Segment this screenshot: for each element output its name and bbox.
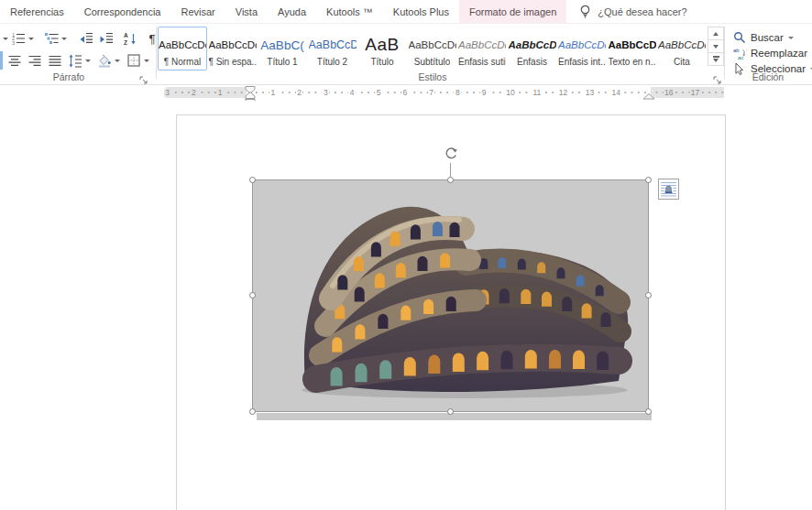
justify-icon[interactable] [46,51,64,70]
style-card-normal[interactable]: AaBbCcDc¶ Normal [158,27,207,71]
layout-options-button[interactable] [658,179,679,200]
style-card-énfasis[interactable]: AaBbCcDcÉnfasis [508,27,557,71]
align-center-icon[interactable] [5,51,24,70]
shading-icon[interactable] [95,51,114,70]
style-label: Énfasis sutil [458,57,506,67]
page[interactable] [176,114,726,510]
increase-indent-icon[interactable] [97,29,115,48]
decrease-indent-icon[interactable] [77,29,95,48]
tell-me[interactable]: ¿Qué desea hacer? [579,0,686,23]
style-card-título[interactable]: AaBTítulo [357,27,407,71]
image-shadow [257,413,652,420]
ruler-number: 12 [557,89,568,97]
ruler-number: 3 [164,89,171,97]
right-indent-marker[interactable] [642,93,655,100]
replace-button[interactable]: ab ac Reemplazar [733,45,807,60]
borders-dropdown-icon[interactable] [143,51,150,70]
svg-text:ab: ab [733,48,740,53]
style-card-texto-en-n[interactable]: AaBbCcDcTexto en n... [608,27,657,71]
document-area[interactable] [0,101,812,510]
styles-scrollbar [708,27,724,65]
menu-tab-ayuda[interactable]: Ayuda [268,0,316,23]
resize-handle-bottom-right[interactable] [645,408,652,415]
style-sample: AaB [365,35,399,55]
style-card-cita[interactable]: AaBbCcDcCita [657,27,707,71]
editing-group-label: Edición [724,71,812,82]
line-spacing-icon[interactable] [66,51,84,70]
style-card-título-1[interactable]: AaBbC(Título 1 [258,27,307,71]
svg-text:A: A [124,32,128,38]
ruler-number: 2 [191,89,198,97]
svg-text:Z: Z [124,39,127,46]
chevron-down-icon [788,37,794,42]
menu-tab-revisar[interactable]: Revisar [170,0,225,23]
menu-tab-vista[interactable]: Vista [225,0,268,23]
paragraph-group-label: Párrafo [0,71,137,82]
style-sample: AaBbCcDc [458,35,506,55]
shading-dropdown-icon[interactable] [114,51,121,70]
styles-scroll-down-button[interactable] [708,39,724,53]
multilevel-list-dropdown-icon[interactable] [60,29,68,48]
layout-options-icon [660,180,677,198]
ruler: 32112345678910111213141617 [0,85,812,101]
ruler-number: 13 [584,89,595,97]
resize-handle-left[interactable] [249,292,256,298]
align-right-icon[interactable] [26,51,44,70]
style-sample: AaBbCcDc [509,35,556,55]
borders-icon[interactable] [125,51,143,70]
styles-scroll-up-button[interactable] [708,27,724,40]
styles-gallery: AaBbCcDc¶ NormalAaBbCcDc¶ Sin espa...AaB… [158,27,708,71]
resize-handle-top[interactable] [447,177,454,183]
resize-handle-top-left[interactable] [249,177,256,183]
ruler-number: 9 [480,89,488,97]
multilevel-list-icon[interactable] [42,29,60,48]
ruler-number: 3 [323,89,330,97]
style-sample: AaBbCcDc [409,35,456,55]
style-label: Texto en n... [609,57,656,67]
style-card-subtítulo[interactable]: AaBbCcDcSubtítulo [408,27,457,71]
style-label: Énfasis int... [558,57,606,67]
word-window: ReferenciasCorrespondenciaRevisarVistaAy… [0,0,812,510]
search-icon [733,31,746,44]
resize-handle-bottom-left[interactable] [249,408,256,415]
ruler-number: 5 [375,89,382,97]
paragraph-dialog-launcher-icon[interactable] [139,72,148,81]
style-card-énfasis-sutil[interactable]: AaBbCcDcÉnfasis sutil [457,27,507,71]
numbered-list-dropdown-icon[interactable] [27,29,35,48]
rotate-handle[interactable] [443,146,459,162]
find-button[interactable]: Buscar [733,29,794,45]
style-card-énfasis-int[interactable]: AaBbCcDcÉnfasis int... [557,27,607,71]
find-label: Buscar [751,32,784,43]
ruler-number: 10 [505,89,516,97]
selected-image[interactable] [252,179,649,412]
menu-tab-referencias[interactable]: Referencias [0,0,74,23]
sort-icon[interactable]: AZ [121,29,139,48]
ruler-number: 14 [610,89,621,97]
resize-handle-top-right[interactable] [645,177,652,183]
ribbon: 123 AZ [0,24,812,85]
resize-handle-bottom[interactable] [447,408,454,415]
resize-handle-right[interactable] [645,292,652,298]
ruler-number: 16 [664,89,675,97]
styles-more-button[interactable] [708,52,724,66]
style-card-sin-espa[interactable]: AaBbCcDc¶ Sin espa... [208,27,258,71]
style-card-título-2[interactable]: AaBbCcDTítulo 2 [308,27,357,71]
style-sample: AaBbCcD [309,35,357,55]
bullets-dropdown-icon[interactable] [2,29,9,48]
ruler-number: 11 [532,89,543,97]
align-left-selected-edge[interactable] [0,51,3,70]
numbered-list-icon[interactable]: 123 [9,29,27,48]
style-label: ¶ Normal [164,57,201,67]
style-label: ¶ Sin espa... [209,57,257,67]
ruler-number: 8 [455,89,462,97]
styles-dialog-launcher-icon[interactable] [713,72,722,81]
line-spacing-dropdown-icon[interactable] [84,51,92,70]
menu-tabs: ReferenciasCorrespondenciaRevisarVistaAy… [0,0,566,23]
menu-tab-formato-de-imagen[interactable]: Formato de imagen [459,0,566,23]
menu-tab-kutools-plus[interactable]: Kutools Plus [383,0,459,23]
menu-tab-kutools[interactable]: Kutools ™ [316,0,383,23]
ruler-number: 4 [348,89,356,97]
style-sample: AaBbCcDc [209,35,257,55]
menu-tab-correspondencia[interactable]: Correspondencia [74,0,171,23]
ruler-number: 7 [428,89,435,97]
